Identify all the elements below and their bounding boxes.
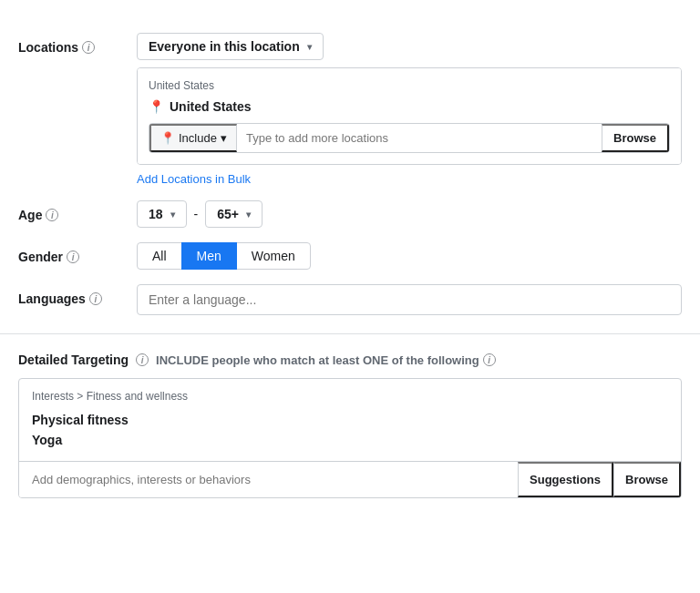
- pin-icon: 📍: [149, 99, 164, 114]
- location-box: United States 📍 United States 📍 Include …: [137, 67, 682, 165]
- pin-small-icon: 📍: [160, 131, 175, 145]
- targeting-browse-button[interactable]: Browse: [613, 462, 681, 497]
- chevron-down-icon: ▾: [221, 131, 227, 145]
- locations-row: Locations i Everyone in this location ▾ …: [18, 33, 682, 186]
- chevron-down-icon: ▾: [170, 210, 175, 220]
- selected-location-text: United States: [170, 99, 251, 114]
- languages-input[interactable]: [137, 284, 682, 315]
- languages-content: [137, 284, 682, 315]
- age-content: 18 ▾ - 65+ ▾: [137, 200, 682, 228]
- location-browse-button[interactable]: Browse: [602, 124, 669, 152]
- detailed-targeting-header: Detailed Targeting i INCLUDE people who …: [18, 353, 682, 367]
- detailed-targeting-desc-info-icon[interactable]: i: [483, 353, 496, 366]
- gender-men-button[interactable]: Men: [181, 242, 237, 270]
- interest-path: Interests > Fitness and wellness: [32, 390, 668, 403]
- gender-row: Gender i All Men Women: [18, 242, 682, 270]
- detailed-targeting-label: Detailed Targeting: [18, 353, 129, 367]
- gender-all-button[interactable]: All: [137, 242, 182, 270]
- gender-selector: All Men Women: [137, 242, 682, 270]
- suggestions-button[interactable]: Suggestions: [518, 462, 613, 497]
- location-search-input[interactable]: [237, 126, 602, 150]
- locations-info-icon[interactable]: i: [82, 41, 95, 54]
- age-max-dropdown[interactable]: 65+ ▾: [205, 200, 262, 228]
- locations-label-text: Locations: [18, 40, 78, 55]
- gender-content: All Men Women: [137, 242, 682, 270]
- languages-label: Languages i: [18, 284, 137, 306]
- age-dash: -: [194, 207, 199, 221]
- interest-item-physical-fitness: Physical fitness: [32, 410, 668, 430]
- gender-info-icon[interactable]: i: [67, 250, 79, 263]
- detailed-targeting-section: Detailed Targeting i INCLUDE people who …: [0, 334, 700, 516]
- languages-info-icon[interactable]: i: [89, 292, 102, 305]
- age-label-text: Age: [18, 208, 42, 222]
- gender-label: Gender i: [18, 242, 137, 264]
- location-selected-row: 📍 United States: [149, 99, 670, 114]
- location-search-area: United States 📍 United States 📍 Include …: [138, 68, 681, 164]
- targeting-box: Interests > Fitness and wellness Physica…: [18, 378, 682, 498]
- targeting-search-row: Suggestions Browse: [19, 462, 681, 497]
- include-row: 📍 Include ▾ Browse: [149, 123, 670, 153]
- age-min-dropdown[interactable]: 18 ▾: [137, 200, 187, 228]
- chevron-down-icon: ▾: [246, 210, 251, 220]
- gender-label-text: Gender: [18, 250, 63, 264]
- locations-content: Everyone in this location ▾ United State…: [137, 33, 682, 186]
- locations-label: Locations i: [18, 33, 137, 55]
- location-type-dropdown[interactable]: Everyone in this location ▾: [137, 33, 324, 60]
- languages-row: Languages i: [18, 284, 682, 315]
- age-label: Age i: [18, 200, 137, 222]
- include-text: INCLUDE people who match at least ONE of…: [156, 353, 479, 367]
- interest-item-yoga: Yoga: [32, 430, 668, 450]
- location-type-label: Everyone in this location: [149, 39, 300, 54]
- targeting-section: Locations i Everyone in this location ▾ …: [0, 18, 700, 334]
- main-container: Locations i Everyone in this location ▾ …: [0, 0, 700, 535]
- chevron-down-icon: ▾: [307, 42, 312, 52]
- detailed-targeting-info-icon[interactable]: i: [136, 353, 149, 366]
- age-max-value: 65+: [217, 207, 239, 221]
- age-selector-row: 18 ▾ - 65+ ▾: [137, 200, 682, 228]
- location-current-text: United States: [149, 79, 670, 92]
- targeting-interests: Interests > Fitness and wellness Physica…: [19, 379, 681, 462]
- age-info-icon[interactable]: i: [46, 209, 58, 221]
- languages-label-text: Languages: [18, 291, 86, 306]
- include-label: Include: [179, 131, 217, 145]
- bulk-locations-link[interactable]: Add Locations in Bulk: [137, 172, 251, 186]
- targeting-search-input[interactable]: [19, 464, 518, 496]
- age-min-value: 18: [149, 207, 163, 221]
- include-dropdown[interactable]: 📍 Include ▾: [149, 124, 237, 152]
- detailed-targeting-desc: INCLUDE people who match at least ONE of…: [156, 353, 496, 367]
- age-row: Age i 18 ▾ - 65+ ▾: [18, 200, 682, 228]
- gender-women-button[interactable]: Women: [236, 242, 311, 270]
